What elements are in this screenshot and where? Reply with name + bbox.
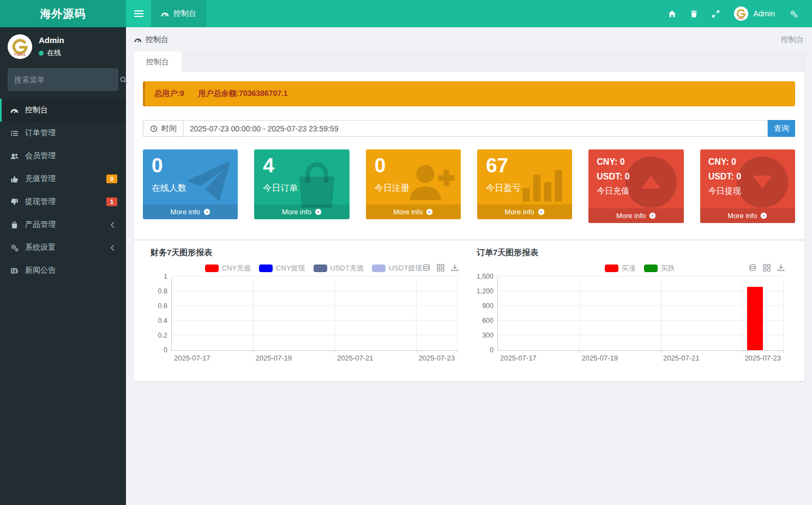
y-axis-tick-label: 1,200 bbox=[477, 287, 494, 295]
info-box-今日盈亏[interactable]: 67今日盈亏More info bbox=[477, 149, 572, 219]
more-info-link[interactable]: More info bbox=[700, 208, 795, 223]
list-icon bbox=[10, 129, 19, 137]
chart-legend: CNY充值CNY提现USDT充值USDT提现 bbox=[170, 263, 457, 273]
legend-item-买跌[interactable]: 买跌 bbox=[644, 263, 675, 273]
x-axis-tick-label: 2025-07-23 bbox=[418, 354, 455, 362]
sidebar-toggle-button[interactable] bbox=[126, 0, 151, 27]
breadcrumb[interactable]: 控制台 bbox=[134, 35, 169, 45]
x-axis-tick-label: 2025-07-17 bbox=[500, 354, 537, 362]
info-box-label: 今日订单 bbox=[254, 183, 349, 194]
y-axis-tick-label: 0.4 bbox=[158, 317, 167, 324]
legend-swatch bbox=[259, 264, 273, 272]
menu-badge: 1 bbox=[106, 197, 117, 206]
thumbs-down-icon bbox=[10, 198, 19, 206]
bar-买涨-2025-07-23 bbox=[747, 287, 763, 350]
more-info-link[interactable]: More info bbox=[588, 208, 683, 223]
y-axis-tick-label: 0.8 bbox=[158, 287, 167, 295]
home-icon bbox=[668, 10, 676, 18]
sidebar-item-充值管理[interactable]: 充值管理0 bbox=[0, 167, 126, 190]
legend-label: 买涨 bbox=[622, 263, 636, 273]
download-icon[interactable] bbox=[450, 263, 459, 272]
topbar: 海外源码 控制台 中国黄金 Admin bbox=[0, 0, 812, 27]
thumbs-up-icon bbox=[10, 175, 19, 183]
circle-arrow-right-icon bbox=[426, 208, 433, 215]
user-menu[interactable]: 中国黄金 Admin bbox=[726, 7, 783, 21]
sidebar-item-label: 订单管理 bbox=[25, 128, 56, 138]
home-button[interactable] bbox=[661, 0, 683, 27]
grid-icon[interactable] bbox=[436, 263, 445, 272]
users-icon bbox=[10, 152, 19, 160]
expand-icon bbox=[712, 10, 720, 18]
clock-icon bbox=[150, 125, 158, 133]
expand-button[interactable] bbox=[705, 0, 726, 27]
y-axis-tick-label: 1,500 bbox=[477, 273, 494, 280]
sidebar-item-新闻公告[interactable]: 新闻公告 bbox=[0, 259, 126, 282]
sidebar: 中国黄金 Admin 在线 控制台订单管理会员管理充值管理0提现管理1产品管理系… bbox=[0, 27, 126, 505]
avatar: 中国黄金 bbox=[8, 34, 32, 59]
settings-button[interactable] bbox=[783, 0, 804, 27]
info-box-今日注册[interactable]: 0今日注册More info bbox=[366, 149, 461, 219]
info-box-今日提现[interactable]: CNY: 0USDT: 0今日提现More info bbox=[700, 149, 795, 223]
more-info-link[interactable]: More info bbox=[143, 205, 238, 219]
trash-button[interactable] bbox=[683, 0, 705, 27]
time-filter-label: 时间 bbox=[161, 124, 177, 134]
chevron-left-icon bbox=[108, 221, 117, 229]
more-info-label: More info bbox=[616, 212, 646, 220]
sidebar-user-name: Admin bbox=[39, 35, 64, 45]
stack-icon[interactable] bbox=[748, 263, 757, 272]
sidebar-item-系统设置[interactable]: 系统设置 bbox=[0, 236, 126, 259]
sidebar-item-产品管理[interactable]: 产品管理 bbox=[0, 213, 126, 236]
more-info-label: More info bbox=[727, 212, 757, 220]
legend-item-买涨[interactable]: 买涨 bbox=[605, 263, 636, 273]
sidebar-item-会员管理[interactable]: 会员管理 bbox=[0, 145, 126, 167]
sidebar-item-订单管理[interactable]: 订单管理 bbox=[0, 122, 126, 145]
date-range-input[interactable] bbox=[183, 120, 768, 137]
info-box-今日订单[interactable]: 4今日订单More info bbox=[254, 149, 349, 219]
finance-chart-panel: 财务7天图形报表 CNY充值CNY提现USDT充值USDT提现00.20.40.… bbox=[143, 248, 469, 365]
x-axis-tick-label: 2025-07-21 bbox=[337, 354, 374, 362]
legend-item-USDT充值[interactable]: USDT充值 bbox=[314, 263, 364, 273]
legend-item-CNY提现[interactable]: CNY提现 bbox=[259, 263, 305, 273]
sidebar-search bbox=[8, 68, 118, 91]
info-box-line: USDT: 0 bbox=[708, 169, 787, 184]
gears-icon bbox=[790, 10, 798, 18]
chart-legend: 买涨买跌 bbox=[496, 263, 783, 273]
y-axis-tick-label: 0.2 bbox=[158, 332, 167, 339]
svg-text:中国黄金: 中国黄金 bbox=[738, 17, 745, 20]
y-axis-tick-label: 900 bbox=[482, 302, 494, 310]
more-info-link[interactable]: More info bbox=[366, 205, 461, 219]
total-balance: 用户总余额:7036386707.1 bbox=[198, 89, 287, 99]
info-box-在线人数[interactable]: 0在线人数More info bbox=[143, 149, 238, 219]
chart-toolbox bbox=[748, 263, 785, 272]
sidebar-item-提现管理[interactable]: 提现管理1 bbox=[0, 190, 126, 213]
more-info-link[interactable]: More info bbox=[477, 205, 572, 219]
download-icon[interactable] bbox=[777, 263, 785, 272]
sidebar-item-label: 系统设置 bbox=[25, 243, 56, 253]
more-info-label: More info bbox=[171, 208, 200, 216]
query-button[interactable]: 查询 bbox=[768, 120, 795, 137]
legend-swatch bbox=[372, 264, 386, 272]
chevron-left-icon bbox=[108, 244, 117, 252]
x-axis-tick-label: 2025-07-23 bbox=[744, 354, 781, 362]
sidebar-item-控制台[interactable]: 控制台 bbox=[0, 99, 126, 122]
x-axis-tick-label: 2025-07-17 bbox=[174, 354, 210, 362]
brand-logo[interactable]: 海外源码 bbox=[0, 0, 126, 27]
info-box-今日充值[interactable]: CNY: 0USDT: 0今日充值More info bbox=[588, 149, 683, 223]
circle-arrow-right-icon bbox=[538, 208, 545, 215]
legend-item-CNY充值[interactable]: CNY充值 bbox=[205, 263, 251, 273]
sidebar-item-label: 新闻公告 bbox=[25, 266, 56, 275]
dashboard-icon bbox=[10, 106, 19, 115]
x-axis-tick-label: 2025-07-21 bbox=[663, 354, 700, 362]
legend-label: USDT充值 bbox=[330, 263, 364, 273]
grid-icon[interactable] bbox=[762, 263, 771, 272]
search-input[interactable] bbox=[8, 75, 119, 84]
time-filter-addon: 时间 bbox=[143, 120, 183, 137]
more-info-label: More info bbox=[393, 208, 423, 216]
legend-item-USDT提现[interactable]: USDT提现 bbox=[372, 263, 422, 273]
navbar-tab-dashboard[interactable]: 控制台 bbox=[151, 0, 206, 27]
info-box-line: USDT: 0 bbox=[597, 169, 675, 184]
tab-dashboard[interactable]: 控制台 bbox=[134, 51, 182, 72]
stack-icon[interactable] bbox=[422, 263, 431, 272]
legend-label: CNY提现 bbox=[276, 263, 305, 273]
legend-swatch bbox=[605, 264, 618, 272]
